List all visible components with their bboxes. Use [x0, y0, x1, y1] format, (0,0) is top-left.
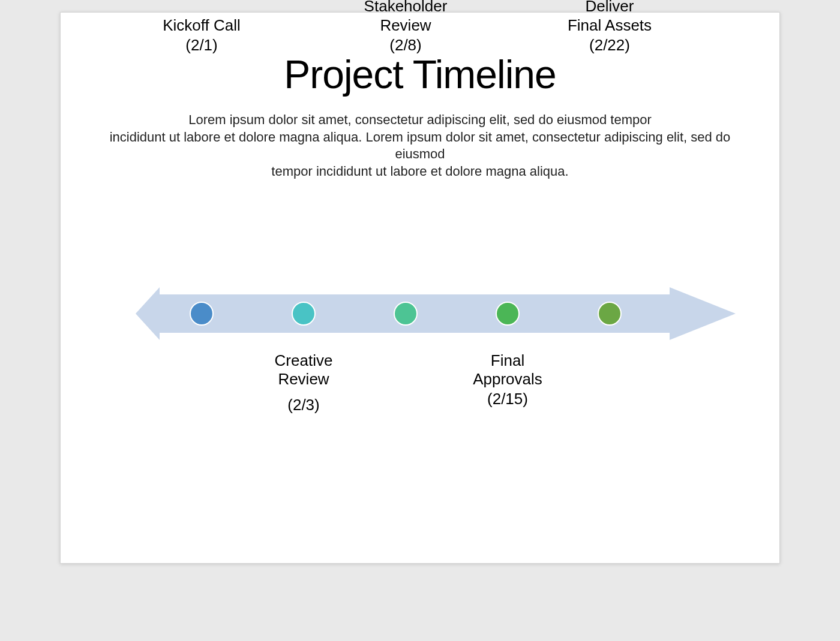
slide-title: Project Timeline — [61, 52, 779, 97]
milestone-date: (2/22) — [550, 36, 670, 55]
milestone-date: (2/3) — [244, 396, 364, 414]
milestone-label-group: Stakeholder Review(2/8) — [346, 0, 466, 55]
milestone-dot-icon — [394, 302, 418, 326]
milestones-container: Kickoff Call(2/1)Creative Review(2/3)Sta… — [136, 222, 724, 450]
milestone-label-group: Kickoff Call(2/1) — [142, 16, 262, 55]
milestone-name: Deliver Final Assets — [550, 0, 670, 35]
milestone-date: (2/8) — [346, 36, 466, 55]
slide-canvas: Project Timeline Lorem ipsum dolor sit a… — [60, 12, 780, 564]
milestone-label-group: Deliver Final Assets(2/22) — [550, 0, 670, 55]
milestone-dot-icon — [598, 302, 622, 326]
milestone-name: Creative Review — [244, 351, 364, 389]
slide-subtitle: Lorem ipsum dolor sit amet, consectetur … — [90, 112, 750, 180]
milestone-date: (2/1) — [142, 36, 262, 55]
milestone-label-group: Creative Review(2/3) — [244, 351, 364, 415]
milestone-name: Final Approvals — [448, 351, 568, 389]
milestone-label-group: Final Approvals(2/15) — [448, 351, 568, 409]
milestone-dot-icon — [496, 302, 520, 326]
milestone-name: Kickoff Call — [142, 16, 262, 35]
timeline: Kickoff Call(2/1)Creative Review(2/3)Sta… — [61, 222, 779, 450]
milestone-dot-icon — [292, 302, 316, 326]
milestone-date: (2/15) — [448, 390, 568, 408]
milestone-name: Stakeholder Review — [346, 0, 466, 35]
milestone-dot-icon — [190, 302, 214, 326]
